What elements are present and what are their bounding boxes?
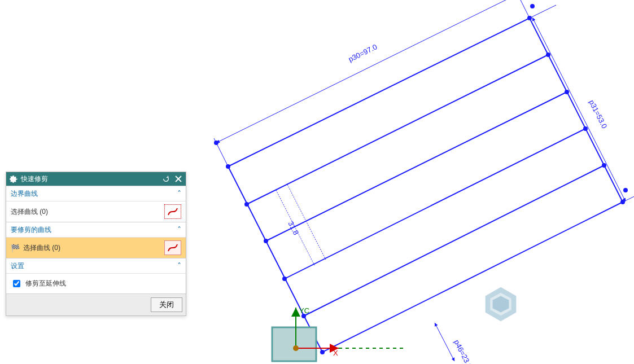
svg-point-33 (293, 345, 299, 351)
svg-line-7 (435, 323, 454, 361)
totrim-select-label: 选择曲线 (0) (23, 243, 161, 253)
svg-point-22 (282, 277, 287, 281)
svg-line-1 (247, 55, 548, 204)
trim-to-extension-checkbox[interactable] (13, 280, 20, 287)
dim-p46: p46=23.0 (452, 339, 474, 364)
reset-icon[interactable] (162, 175, 170, 183)
svg-point-23 (583, 126, 588, 131)
sketch-points (214, 4, 628, 354)
svg-line-5 (216, 0, 517, 143)
section-boundary-header[interactable]: 边界曲线 ˄ (6, 186, 186, 201)
dim-gap: 31.8 (286, 220, 300, 236)
svg-point-15 (527, 16, 532, 20)
svg-point-16 (620, 200, 625, 204)
quick-trim-panel: 快速修剪 边界曲线 ˄ 选择曲线 (0) 要修剪的曲线 ˄ 🏁 选择曲线 (0)… (6, 172, 186, 316)
trim-to-extension-row[interactable]: 修剪至延伸线 (11, 278, 181, 289)
boundary-select-label: 选择曲线 (0) (11, 207, 161, 217)
chevron-up-icon: ˄ (177, 261, 181, 270)
svg-point-18 (244, 202, 249, 207)
svg-line-11 (515, 0, 530, 18)
svg-point-14 (226, 164, 230, 169)
svg-line-4 (304, 165, 604, 316)
section-totrim-header[interactable]: 要修剪的曲线 ˄ (6, 222, 186, 237)
curve-icon[interactable] (164, 204, 181, 219)
svg-point-20 (264, 239, 268, 243)
axis-y-label: YC (299, 306, 309, 315)
svg-point-21 (565, 90, 569, 94)
totrim-select-row[interactable]: 🏁 选择曲线 (0) (6, 237, 186, 258)
section-settings-header[interactable]: 设置 ˄ (6, 258, 186, 273)
axis-x-label: X (333, 349, 338, 357)
svg-point-26 (214, 141, 218, 145)
chevron-up-icon: ˄ (177, 189, 181, 198)
datum-rect (272, 327, 316, 361)
curve-icon[interactable] (164, 240, 181, 255)
svg-line-3 (285, 129, 585, 279)
dim-p31: p31=53.0 (587, 99, 609, 130)
dim-p30: p30=97.0 (347, 42, 379, 63)
close-button[interactable]: 关闭 (151, 297, 182, 312)
boundary-select-row[interactable]: 选择曲线 (0) (6, 201, 186, 222)
trim-to-extension-label: 修剪至延伸线 (25, 279, 66, 288)
svg-point-19 (546, 52, 550, 57)
svg-point-25 (602, 163, 606, 168)
svg-line-2 (266, 92, 567, 241)
svg-point-17 (320, 350, 325, 354)
section-totrim-label: 要修剪的曲线 (11, 225, 51, 235)
svg-point-27 (530, 4, 535, 8)
svg-point-28 (623, 188, 628, 192)
flag-icon: 🏁 (11, 244, 20, 252)
watermark-logo (480, 284, 521, 324)
section-boundary-label: 边界曲线 (11, 189, 38, 199)
close-icon[interactable] (174, 175, 182, 183)
panel-title-text: 快速修剪 (21, 174, 159, 184)
svg-line-6 (532, 17, 626, 201)
gear-icon[interactable] (10, 175, 18, 183)
chevron-up-icon: ˄ (177, 225, 181, 234)
panel-titlebar[interactable]: 快速修剪 (6, 172, 186, 186)
section-settings-label: 设置 (11, 261, 24, 271)
svg-rect-29 (272, 327, 316, 361)
sketch-geometry (214, 0, 634, 361)
